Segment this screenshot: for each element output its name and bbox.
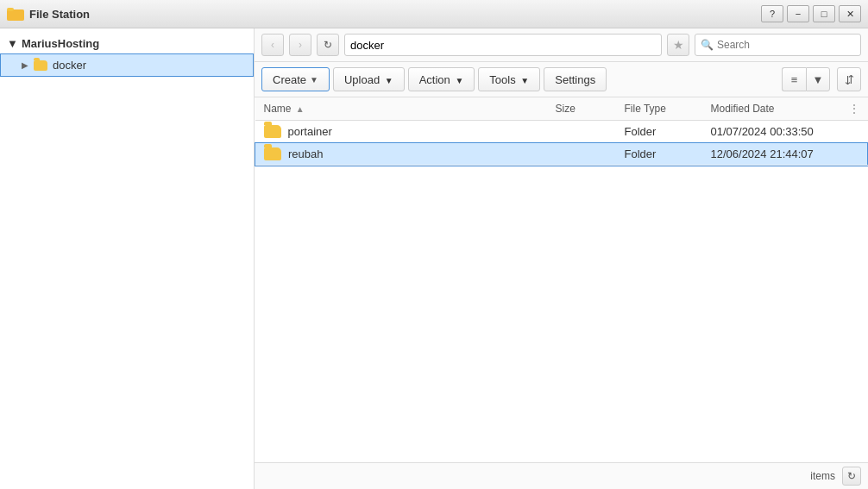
settings-button[interactable]: Settings: [544, 67, 607, 91]
create-caret: ▼: [310, 75, 318, 85]
table-row[interactable]: reubah Folder 12/06/2024 21:44:07: [255, 143, 868, 166]
host-arrow: ▼: [7, 37, 18, 50]
search-box: 🔍: [695, 34, 861, 56]
folder-icon: [264, 125, 281, 138]
sidebar-item-label: docker: [53, 59, 86, 72]
upload-label: Upload: [344, 73, 380, 86]
status-bar: items ↻: [255, 462, 868, 489]
minimize-button[interactable]: −: [787, 5, 809, 22]
svg-rect-2: [7, 8, 14, 11]
create-button[interactable]: Create ▼: [261, 67, 330, 91]
col-name[interactable]: Name ▲: [255, 97, 547, 121]
file-modified: 12/06/2024 21:44:07: [702, 143, 840, 166]
folder-icon: [264, 147, 281, 160]
view-buttons: ≡ ▼ ⇵: [782, 67, 861, 91]
star-icon: ★: [673, 38, 684, 52]
sidebar-item-docker[interactable]: ▶ docker: [0, 53, 254, 77]
app-title: File Station: [29, 8, 90, 21]
path-input[interactable]: [344, 34, 662, 56]
tools-caret: ▼: [520, 76, 529, 85]
sort-options-button[interactable]: ⇵: [837, 67, 861, 91]
col-size[interactable]: Size: [547, 97, 616, 121]
title-bar: File Station ? − □ ✕: [0, 0, 868, 28]
host-label: MariusHosting: [22, 37, 99, 50]
back-button[interactable]: ‹: [261, 34, 284, 56]
search-input[interactable]: [717, 39, 855, 51]
settings-label: Settings: [555, 73, 595, 86]
file-list: Name ▲ Size File Type Modified Date ⋮: [255, 97, 868, 462]
file-name: portainer: [288, 125, 332, 138]
file-modified: 01/07/2024 00:33:50: [702, 121, 840, 143]
file-table: Name ▲ Size File Type Modified Date ⋮: [255, 97, 868, 166]
app-icon: [7, 5, 24, 22]
toolbar-top: ‹ › ↻ ★ 🔍: [255, 28, 868, 62]
items-label: items: [810, 470, 835, 482]
action-button[interactable]: Action ▼: [408, 67, 475, 91]
main-layout: ▼ MariusHosting ▶ docker ‹ › ↻ ★ 🔍: [0, 28, 868, 489]
help-button[interactable]: ?: [761, 5, 783, 22]
upload-button[interactable]: Upload ▼: [333, 67, 405, 91]
close-button[interactable]: ✕: [839, 5, 861, 22]
upload-caret: ▼: [385, 76, 393, 85]
sidebar: ▼ MariusHosting ▶ docker: [0, 28, 255, 489]
list-view-button[interactable]: ≡: [782, 67, 806, 91]
refresh-nav-button[interactable]: ↻: [317, 34, 339, 56]
status-refresh-button[interactable]: ↻: [842, 467, 861, 486]
col-modified[interactable]: Modified Date: [702, 97, 840, 121]
bookmark-button[interactable]: ★: [667, 34, 689, 56]
search-icon: 🔍: [701, 39, 714, 51]
create-label: Create: [273, 73, 306, 86]
table-row[interactable]: portainer Folder 01/07/2024 00:33:50: [255, 121, 868, 143]
maximize-button[interactable]: □: [813, 5, 835, 22]
file-type: Folder: [616, 121, 702, 143]
file-type: Folder: [616, 143, 702, 166]
view-options-button[interactable]: ▼: [806, 67, 830, 91]
sidebar-host[interactable]: ▼ MariusHosting: [0, 34, 254, 53]
col-filetype[interactable]: File Type: [616, 97, 702, 121]
file-size: [547, 121, 616, 143]
file-name: reubah: [288, 147, 323, 160]
action-caret: ▼: [455, 76, 463, 85]
folder-icon-sm: [34, 60, 47, 71]
forward-button[interactable]: ›: [289, 34, 311, 56]
content-area: ‹ › ↻ ★ 🔍 Create ▼ Upload ▼ Action: [255, 28, 868, 489]
col-more[interactable]: ⋮: [840, 97, 868, 121]
window-controls: ? − □ ✕: [761, 5, 861, 22]
sort-arrow-name: ▲: [296, 104, 305, 114]
docker-arrow: ▶: [22, 60, 28, 70]
file-size: [547, 143, 616, 166]
action-label: Action: [419, 73, 450, 86]
toolbar-actions: Create ▼ Upload ▼ Action ▼ Tools ▼ Setti…: [255, 62, 868, 97]
tools-button[interactable]: Tools ▼: [478, 67, 540, 91]
tools-label: Tools: [489, 73, 515, 86]
